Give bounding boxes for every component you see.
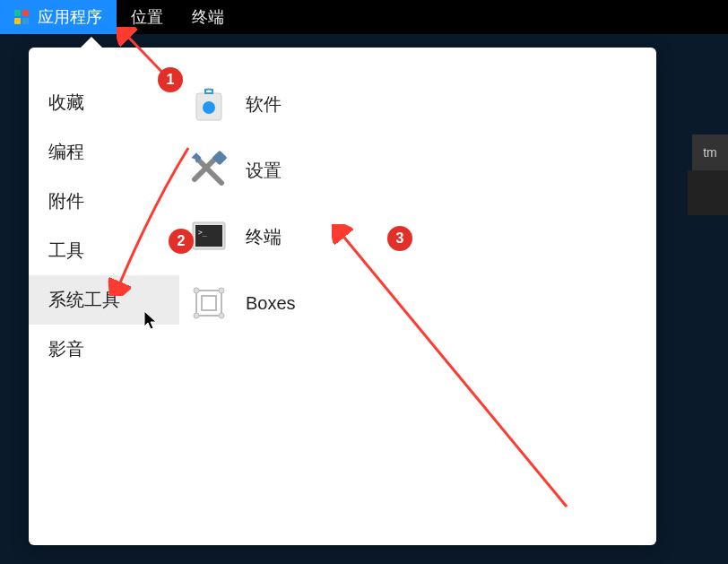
- svg-point-12: [194, 313, 199, 318]
- app-label: Boxes: [246, 293, 296, 314]
- sidebar-item-multimedia[interactable]: 影音: [29, 325, 179, 374]
- svg-point-13: [219, 313, 224, 318]
- sidebar-item-programming[interactable]: 编程: [29, 127, 179, 177]
- svg-point-11: [219, 288, 224, 293]
- topbar-places-label: 位置: [131, 6, 163, 28]
- sidebar-item-label: 附件: [48, 191, 84, 211]
- applications-menu: 收藏 编程 附件 工具 系统工具 影音 软件: [29, 48, 656, 545]
- sidebar-item-tools[interactable]: 工具: [29, 226, 179, 275]
- software-icon: [188, 83, 230, 125]
- svg-point-1: [203, 101, 215, 114]
- background-window-fragment-2: [688, 170, 728, 215]
- svg-rect-8: [196, 291, 221, 316]
- app-label: 设置: [246, 159, 282, 183]
- sidebar-item-system-tools[interactable]: 系统工具: [29, 275, 179, 325]
- applications-list: 软件 设置 >_ 终端: [179, 48, 656, 545]
- sidebar-item-label: 系统工具: [48, 290, 120, 309]
- sidebar-item-label: 编程: [48, 142, 84, 161]
- top-bar: 应用程序 位置 终端: [0, 0, 728, 34]
- svg-text:>_: >_: [198, 229, 207, 237]
- topbar-places[interactable]: 位置: [117, 0, 178, 34]
- boxes-icon: [188, 282, 230, 324]
- app-item-software[interactable]: 软件: [179, 78, 656, 130]
- svg-rect-9: [202, 296, 216, 310]
- background-window-fragment: tm: [692, 134, 728, 170]
- app-item-settings[interactable]: 设置: [179, 144, 656, 196]
- sidebar-item-label: 收藏: [48, 92, 84, 112]
- topbar-terminal-label: 终端: [192, 6, 224, 28]
- app-label: 软件: [246, 92, 282, 117]
- app-item-boxes[interactable]: Boxes: [179, 277, 656, 329]
- topbar-terminal[interactable]: 终端: [178, 0, 238, 34]
- topbar-apps[interactable]: 应用程序: [0, 0, 117, 34]
- topbar-apps-label: 应用程序: [38, 6, 102, 28]
- terminal-icon: >_: [188, 216, 230, 257]
- app-item-terminal[interactable]: >_ 终端: [179, 211, 656, 263]
- apps-grid-icon: [14, 10, 29, 24]
- sidebar-item-favorites[interactable]: 收藏: [29, 78, 179, 127]
- sidebar-item-label: 影音: [48, 339, 84, 359]
- settings-icon: [188, 150, 230, 191]
- app-label: 终端: [246, 225, 282, 249]
- sidebar-item-label: 工具: [48, 240, 84, 260]
- sidebar-item-accessories[interactable]: 附件: [29, 177, 179, 226]
- svg-point-10: [194, 288, 199, 293]
- category-sidebar: 收藏 编程 附件 工具 系统工具 影音: [29, 48, 179, 545]
